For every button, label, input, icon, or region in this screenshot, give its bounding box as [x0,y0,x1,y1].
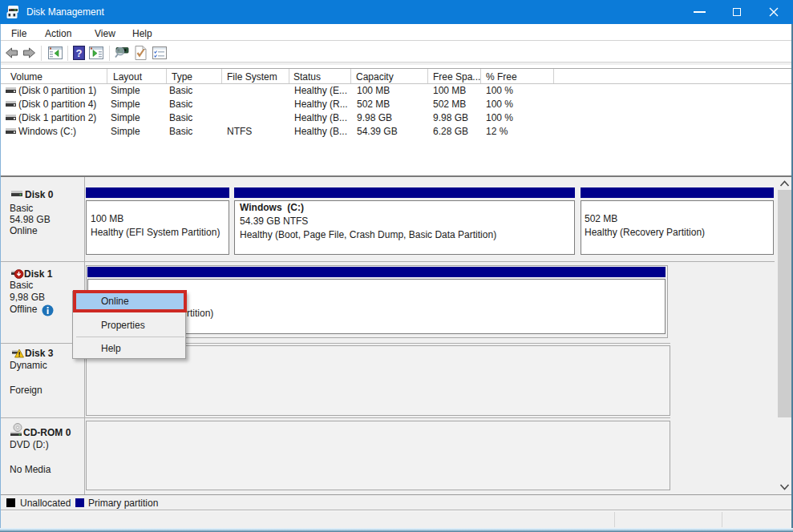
svg-text:?: ? [76,47,83,59]
